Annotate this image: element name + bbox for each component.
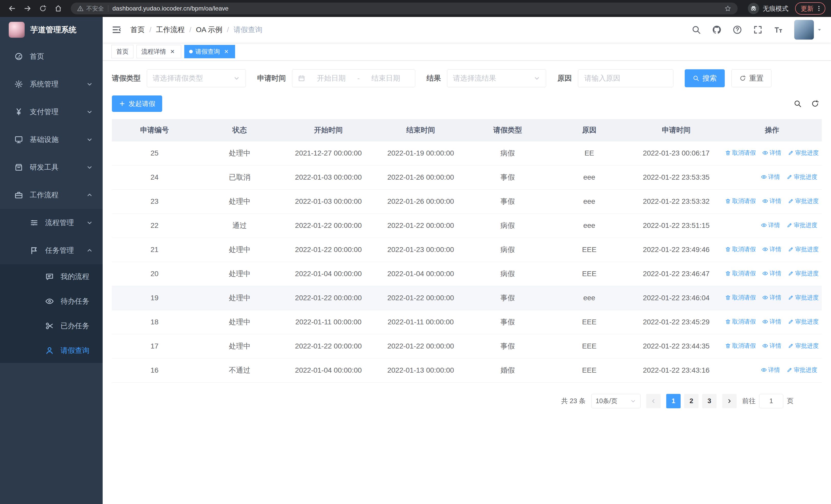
user-menu[interactable] xyxy=(794,20,822,40)
prev-page-button[interactable] xyxy=(646,394,661,408)
tab-1[interactable]: 流程详情 × xyxy=(137,45,181,58)
sidebar-item-9[interactable]: 待办任务 xyxy=(0,289,103,314)
app-logo[interactable]: 芋道管理系统 xyxy=(0,17,103,42)
page-size-select[interactable]: 10条/页 xyxy=(591,394,640,408)
detail-link[interactable]: 详情 xyxy=(761,366,780,374)
approval-progress-link[interactable]: 审批进度 xyxy=(786,173,818,181)
fullscreen-icon[interactable] xyxy=(753,25,763,35)
scissors-icon xyxy=(45,322,54,330)
tab-2[interactable]: 请假查询 × xyxy=(184,45,235,58)
browser-forward-button[interactable] xyxy=(21,2,34,15)
browser-back-button[interactable] xyxy=(6,2,19,15)
cell-apply-time: 2022-01-22 23:44:35 xyxy=(630,334,722,358)
detail-link[interactable]: 详情 xyxy=(762,342,781,350)
sidebar-item-11[interactable]: 请假查询 xyxy=(0,338,103,363)
close-icon[interactable]: × xyxy=(169,48,176,55)
approval-progress-link[interactable]: 审批进度 xyxy=(786,366,818,374)
sidebar-item-7[interactable]: 任务管理 xyxy=(0,237,103,264)
sidebar-item-6[interactable]: 流程管理 xyxy=(0,209,103,237)
apply-time-range-picker[interactable]: 开始日期 - 结束日期 xyxy=(292,69,415,87)
create-leave-button[interactable]: 发起请假 xyxy=(112,95,162,112)
cancel-leave-link[interactable]: 取消请假 xyxy=(725,245,756,253)
toggle-search-icon[interactable] xyxy=(794,99,802,108)
page-button-3[interactable]: 3 xyxy=(702,394,717,408)
reason-input[interactable] xyxy=(579,69,672,87)
reset-button[interactable]: 重置 xyxy=(732,69,771,87)
avatar[interactable] xyxy=(794,20,814,40)
page-button-1[interactable]: 1 xyxy=(666,394,681,408)
browser-reload-button[interactable] xyxy=(36,2,49,15)
chrome-update-button[interactable]: 更新 xyxy=(795,2,825,14)
cell-apply-time: 2022-01-22 23:45:29 xyxy=(630,310,722,334)
cell-id: 20 xyxy=(112,262,197,286)
approval-progress-link[interactable]: 审批进度 xyxy=(786,221,818,229)
goto-page-input[interactable] xyxy=(759,394,783,408)
search-icon[interactable] xyxy=(691,25,701,35)
bookmark-star-button[interactable] xyxy=(724,5,732,12)
breadcrumb-item-2[interactable]: OA 示例 xyxy=(196,25,223,35)
detail-link[interactable]: 详情 xyxy=(762,197,781,205)
approval-progress-link[interactable]: 审批进度 xyxy=(788,149,819,157)
chevron-left-icon xyxy=(650,398,657,404)
cell-actions: 取消请假 详情 审批进度 xyxy=(722,238,822,262)
cell-leave-type: 事假 xyxy=(467,310,548,334)
sidebar-item-10[interactable]: 已办任务 xyxy=(0,314,103,338)
result-select[interactable]: 请选择流结果 xyxy=(447,69,546,87)
user-icon xyxy=(45,346,54,355)
chevron-down-icon xyxy=(86,109,93,115)
sidebar-item-2[interactable]: 支付管理 xyxy=(0,98,103,126)
approval-progress-link[interactable]: 审批进度 xyxy=(788,342,819,350)
font-size-icon[interactable] xyxy=(774,25,783,35)
sidebar-item-1[interactable]: 系统管理 xyxy=(0,70,103,98)
detail-link[interactable]: 详情 xyxy=(762,318,781,326)
sidebar-collapse-icon[interactable] xyxy=(111,25,122,35)
cell-end-time: 2022-01-13 00:00:00 xyxy=(374,358,467,382)
approval-progress-link[interactable]: 审批进度 xyxy=(788,197,819,205)
url-text[interactable]: dashboard.yudao.iocoder.cn/bpm/oa/leave xyxy=(112,5,720,12)
search-button[interactable]: 搜索 xyxy=(685,69,725,87)
approval-progress-link[interactable]: 审批进度 xyxy=(788,269,819,277)
cell-end-time: 2022-01-11 00:00:00 xyxy=(374,310,467,334)
leave-type-select[interactable]: 请选择请假类型 xyxy=(147,69,246,87)
approval-progress-link[interactable]: 审批进度 xyxy=(788,245,819,253)
approval-progress-link[interactable]: 审批进度 xyxy=(788,318,819,326)
sidebar-item-0[interactable]: 首页 xyxy=(0,42,103,70)
sidebar-item-4[interactable]: 研发工具 xyxy=(0,153,103,181)
tags-view-bar: 首页 流程详情 × 请假查询 × xyxy=(103,42,831,61)
cancel-leave-link[interactable]: 取消请假 xyxy=(725,294,756,301)
breadcrumb-item-0[interactable]: 首页 xyxy=(131,25,145,35)
approval-progress-link[interactable]: 审批进度 xyxy=(788,294,819,301)
page-button-2[interactable]: 2 xyxy=(684,394,698,408)
detail-link[interactable]: 详情 xyxy=(762,294,781,301)
browser-home-button[interactable] xyxy=(52,2,65,15)
github-icon[interactable] xyxy=(712,25,722,35)
sidebar-item-3[interactable]: 基础设施 xyxy=(0,126,103,153)
help-icon[interactable] xyxy=(733,25,742,35)
security-warning[interactable]: 不安全 xyxy=(77,5,104,12)
sidebar-item-5[interactable]: 工作流程 xyxy=(0,181,103,209)
cell-leave-type: 病假 xyxy=(467,141,548,165)
address-bar[interactable]: 不安全 dashboard.yudao.iocoder.cn/bpm/oa/le… xyxy=(71,3,738,14)
detail-link[interactable]: 详情 xyxy=(762,245,781,253)
tab-0[interactable]: 首页 xyxy=(111,45,134,58)
cancel-leave-link[interactable]: 取消请假 xyxy=(725,269,756,277)
browser-menu-icon[interactable] xyxy=(815,5,822,12)
refresh-table-icon[interactable] xyxy=(811,99,819,108)
chevron-down-icon xyxy=(86,81,93,88)
cancel-leave-link[interactable]: 取消请假 xyxy=(725,149,756,157)
eye-icon xyxy=(761,367,767,373)
breadcrumb-item-1[interactable]: 工作流程 xyxy=(156,25,185,35)
cell-actions: 详情 审批进度 xyxy=(722,213,822,238)
cancel-leave-link[interactable]: 取消请假 xyxy=(725,318,756,326)
cancel-leave-link[interactable]: 取消请假 xyxy=(725,342,756,350)
detail-link[interactable]: 详情 xyxy=(761,221,780,229)
detail-link[interactable]: 详情 xyxy=(762,149,781,157)
cell-status: 已取消 xyxy=(197,165,282,189)
detail-link[interactable]: 详情 xyxy=(762,269,781,277)
table-row: 16 不通过 2022-01-04 00:00:00 2022-01-13 00… xyxy=(112,358,822,382)
detail-link[interactable]: 详情 xyxy=(761,173,780,181)
cancel-leave-link[interactable]: 取消请假 xyxy=(725,197,756,205)
sidebar-item-8[interactable]: 我的流程 xyxy=(0,264,103,289)
close-icon[interactable]: × xyxy=(223,48,230,55)
next-page-button[interactable] xyxy=(722,394,737,408)
